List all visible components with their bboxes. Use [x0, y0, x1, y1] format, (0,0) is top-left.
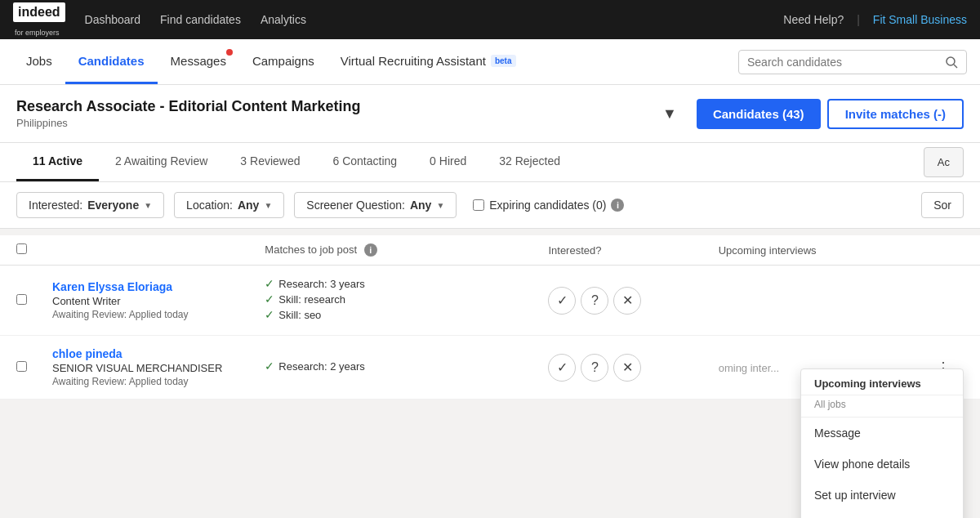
- sec-nav-links: Jobs Candidates Messages Campaigns Virtu…: [13, 39, 738, 84]
- nav-find-candidates[interactable]: Find candidates: [160, 10, 241, 29]
- status-tab-rejected[interactable]: 32 Rejected: [483, 143, 577, 181]
- select-all-checkbox[interactable]: [16, 243, 27, 254]
- table-header-row: Matches to job post i Interested? Upcomi…: [0, 235, 980, 266]
- status-tab-awaiting[interactable]: 2 Awaiting Review: [99, 143, 224, 181]
- row2-name-col: chloe pineda SENIOR VISUAL MERCHANDISER …: [46, 347, 265, 387]
- row1-check-icon-2: ✓: [265, 292, 274, 306]
- search-input[interactable]: [747, 56, 945, 69]
- job-dropdown-button[interactable]: ▼: [656, 102, 684, 126]
- sec-nav-vra[interactable]: Virtual Recruiting Assistant beta: [327, 39, 529, 84]
- row2-checkbox-col: [16, 361, 46, 374]
- dropdown-delete-candidate[interactable]: Delete candidate: [801, 511, 963, 518]
- row2-candidate-status: Awaiting Review: Applied today: [52, 376, 265, 387]
- interested-caret: ▼: [144, 201, 152, 210]
- expiring-info-icon[interactable]: i: [611, 199, 624, 212]
- row2-checkbox[interactable]: [16, 361, 27, 372]
- row1-check-icon-3: ✓: [265, 308, 274, 321]
- tab-invite-button[interactable]: Invite matches (-): [827, 99, 964, 129]
- logo[interactable]: indeed for employers: [13, 2, 65, 36]
- row2-candidate-title: SENIOR VISUAL MERCHANDISER: [52, 362, 265, 374]
- interested-value: Everyone: [87, 199, 139, 212]
- dropdown-set-up-interview[interactable]: Set up interview: [801, 480, 963, 511]
- nav-analytics[interactable]: Analytics: [261, 10, 306, 29]
- row1-name-col: Karen Elyssa Eloriaga Content Writer Awa…: [46, 280, 265, 320]
- row1-checkbox[interactable]: [16, 294, 27, 305]
- sec-nav-jobs[interactable]: Jobs: [13, 39, 65, 84]
- row2-maybe-button[interactable]: ?: [581, 354, 608, 382]
- main-content: Research Associate - Editorial Content M…: [0, 85, 980, 518]
- status-tab-hired[interactable]: 0 Hired: [413, 143, 483, 181]
- row1-match-2: ✓ Skill: research: [265, 292, 548, 306]
- logo-text: indeed: [13, 2, 65, 21]
- search-icon: [945, 56, 958, 69]
- status-tab-active[interactable]: 11 Active: [16, 143, 99, 181]
- svg-line-1: [954, 65, 957, 68]
- dropdown-message[interactable]: Message: [801, 418, 963, 449]
- job-title: Research Associate - Editorial Content M…: [16, 98, 656, 115]
- status-tab-contacting[interactable]: 6 Contacting: [317, 143, 414, 181]
- matches-info-icon[interactable]: i: [364, 243, 377, 257]
- nav-dashboard[interactable]: Dashboard: [85, 10, 141, 29]
- sec-nav-candidates[interactable]: Candidates: [65, 39, 158, 84]
- dropdown-subheader: All jobs: [801, 395, 963, 418]
- secondary-nav: Jobs Candidates Messages Campaigns Virtu…: [0, 39, 980, 85]
- screener-filter[interactable]: Screener Question: Any ▼: [294, 192, 457, 218]
- tab-buttons: Candidates (43) Invite matches (-): [697, 99, 964, 129]
- expiring-label[interactable]: Expiring candidates (0) i: [473, 199, 624, 212]
- interested-filter[interactable]: Interested: Everyone ▼: [16, 192, 164, 218]
- row1-maybe-button[interactable]: ?: [581, 287, 608, 315]
- job-header: Research Associate - Editorial Content M…: [0, 85, 980, 143]
- dropdown-view-phone[interactable]: View phone details: [801, 449, 963, 480]
- candidate-row: Karen Elyssa Eloriaga Content Writer Awa…: [0, 266, 980, 336]
- row1-reject-button[interactable]: ✕: [613, 287, 641, 315]
- row1-check-icon-1: ✓: [265, 277, 274, 290]
- row2-interested-col: ✓ ? ✕: [548, 354, 718, 382]
- screener-label: Screener Question:: [306, 199, 405, 212]
- job-title-block: Research Associate - Editorial Content M…: [16, 98, 656, 129]
- expiring-checkbox[interactable]: [473, 199, 484, 211]
- row1-candidate-name[interactable]: Karen Elyssa Eloriaga: [52, 280, 265, 293]
- sec-nav-campaigns[interactable]: Campaigns: [239, 39, 327, 84]
- row2-match-1: ✓ Research: 2 years: [265, 359, 548, 373]
- row1-match-1: ✓ Research: 3 years: [265, 277, 548, 290]
- row1-interested-col: ✓ ? ✕: [548, 287, 718, 315]
- candidates-table: Matches to job post i Interested? Upcomi…: [0, 235, 980, 400]
- header-interested-col: Interested?: [548, 244, 718, 257]
- dropdown-header: Upcoming interviews: [801, 369, 963, 395]
- row1-thumbs-up-button[interactable]: ✓: [548, 287, 576, 315]
- row1-checkbox-col: [16, 294, 46, 307]
- screener-caret: ▼: [436, 201, 444, 210]
- header-checkbox-col: [16, 243, 46, 257]
- row2-candidate-name[interactable]: chloe pineda: [52, 347, 265, 360]
- job-location: Philippines: [16, 117, 656, 129]
- sort-button[interactable]: Sor: [921, 192, 964, 218]
- location-label: Location:: [186, 199, 233, 212]
- messages-badge: [226, 49, 233, 56]
- location-caret: ▼: [264, 201, 272, 210]
- location-filter[interactable]: Location: Any ▼: [174, 192, 284, 218]
- nav-divider: |: [857, 13, 860, 26]
- fit-small-business-link[interactable]: Fit Small Business: [873, 13, 967, 26]
- row2-reject-button[interactable]: ✕: [613, 354, 641, 382]
- status-tab-reviewed[interactable]: 3 Reviewed: [224, 143, 316, 181]
- expiring-text: Expiring candidates (0): [489, 199, 606, 212]
- search-box[interactable]: [738, 50, 967, 74]
- candidate-dropdown-menu: Upcoming interviews All jobs Message Vie…: [800, 368, 964, 518]
- top-nav-right: Need Help? | Fit Small Business: [783, 13, 967, 26]
- row2-matches-col: ✓ Research: 2 years: [265, 359, 548, 375]
- row2-thumbs-up-button[interactable]: ✓: [548, 354, 576, 382]
- sec-nav-messages[interactable]: Messages: [158, 39, 239, 84]
- tab-candidates-button[interactable]: Candidates (43): [697, 99, 821, 129]
- candidate-row-2: chloe pineda SENIOR VISUAL MERCHANDISER …: [0, 336, 980, 400]
- row1-match-3: ✓ Skill: seo: [265, 308, 548, 321]
- row1-candidate-status: Awaiting Review: Applied today: [52, 309, 265, 320]
- header-interviews-col: Upcoming interviews: [719, 244, 931, 257]
- need-help-text[interactable]: Need Help?: [783, 13, 844, 26]
- status-tab-extra[interactable]: Ac: [924, 147, 964, 177]
- screener-value: Any: [410, 199, 431, 212]
- row2-interest-buttons: ✓ ? ✕: [548, 354, 718, 382]
- filter-bar: Interested: Everyone ▼ Location: Any ▼ S…: [0, 182, 980, 229]
- row2-check-icon-1: ✓: [265, 359, 274, 373]
- location-value: Any: [238, 199, 259, 212]
- row1-matches-col: ✓ Research: 3 years ✓ Skill: research ✓ …: [265, 277, 548, 324]
